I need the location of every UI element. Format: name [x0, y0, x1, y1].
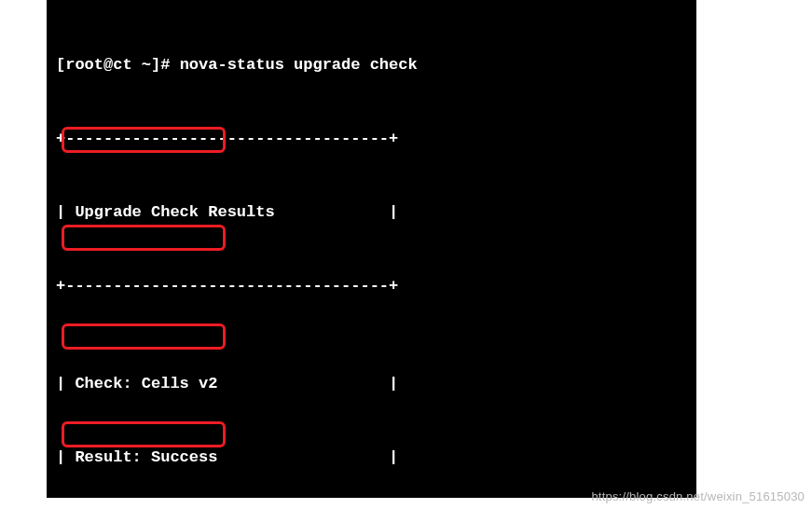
shell-prompt-line: [root@ct ~]# nova-status upgrade check	[56, 53, 687, 77]
table-divider: +----------------------------------+	[56, 274, 687, 298]
result-row: | Result: Success |	[56, 446, 687, 470]
highlight-box	[62, 225, 226, 251]
shell-prompt: [root@ct ~]#	[56, 56, 180, 74]
highlight-box	[62, 421, 226, 447]
command-text: nova-status upgrade check	[180, 56, 418, 74]
check-row: | Check: Cells v2 |	[56, 372, 687, 396]
watermark-text: https://blog.csdn.net/weixin_51615030	[591, 489, 805, 503]
terminal-window[interactable]: [root@ct ~]# nova-status upgrade check +…	[47, 0, 696, 498]
highlight-box	[62, 323, 226, 350]
table-divider: +----------------------------------+	[56, 127, 687, 151]
table-header-row: | Upgrade Check Results |	[56, 200, 687, 225]
